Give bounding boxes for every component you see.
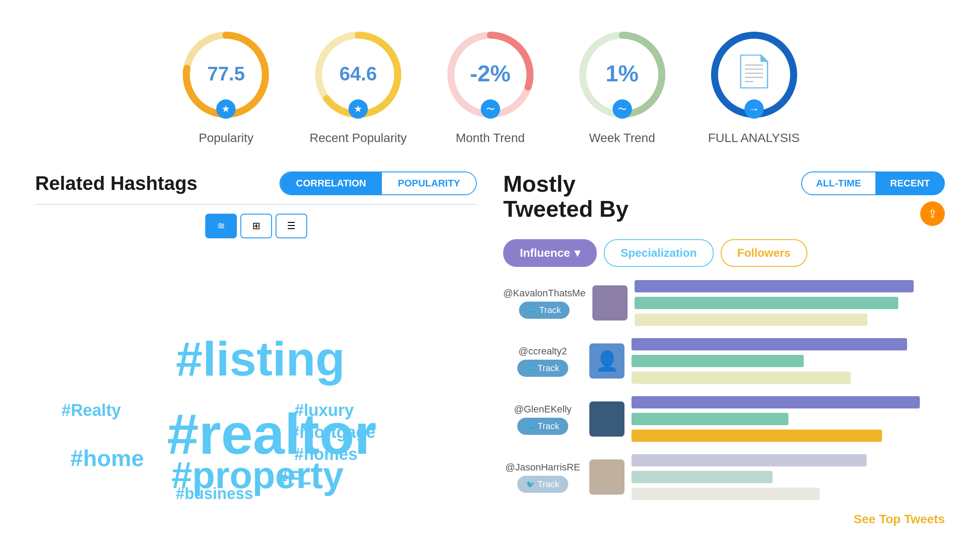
user-info: @GlenEKelly 🐦 Track <box>503 404 582 435</box>
ring-popularity: 77.5 ★ <box>178 26 274 123</box>
user-info: @KavalonThatsMe 🐦 Track <box>503 288 585 319</box>
track-label: Track <box>537 479 559 489</box>
view-controls: ≋ ⊞ ☰ <box>35 214 477 238</box>
see-top-tweets: See Top Tweets <box>503 512 945 526</box>
hashtag-word[interactable]: #luxury <box>294 401 354 420</box>
user-bar <box>632 471 773 483</box>
user-bar <box>635 297 898 309</box>
bars-container <box>635 280 945 326</box>
track-button[interactable]: 🐦 Track <box>519 302 570 319</box>
tweeted-section: MostlyTweeted By ALL-TIME RECENT ⇪ Influ… <box>503 171 945 526</box>
ring-month-trend: -2% 〜 <box>442 26 539 123</box>
metric-recent-popularity: 64.6 ★ Recent Popularity <box>309 26 407 145</box>
user-row: @GlenEKelly 🐦 Track <box>503 396 945 442</box>
user-info: @JasonHarrisRE 🐦 Track <box>503 462 582 493</box>
metric-month-trend: -2% 〜 Month Trend <box>442 26 539 145</box>
bars-container <box>632 396 945 442</box>
track-button[interactable]: 🐦 Track <box>517 418 568 435</box>
ring-recent-popularity: 64.6 ★ <box>310 26 407 123</box>
chart-icon: ⊞ <box>252 220 260 232</box>
hashtags-section: Related Hashtags CORRELATION POPULARITY … <box>35 171 477 526</box>
hashtag-word[interactable]: #home <box>70 445 144 471</box>
twitter-icon: 🐦 <box>526 480 535 488</box>
hashtag-word[interactable]: #homes <box>294 445 358 464</box>
user-bar <box>632 454 867 467</box>
track-label: Track <box>537 363 559 373</box>
hashtags-divider <box>35 204 477 205</box>
user-row: @KavalonThatsMe 🐦 Track <box>503 280 945 326</box>
users-container: @KavalonThatsMe 🐦 Track @ccrealty2 🐦 Tra… <box>503 280 945 500</box>
user-avatar <box>589 459 624 495</box>
user-bar <box>632 338 907 350</box>
ring-week-trend: 1% 〜 <box>574 26 671 123</box>
tab-recent[interactable]: RECENT <box>876 171 945 195</box>
bars-container <box>632 454 945 500</box>
metric-full-analysis[interactable]: 📄 → FULL ANALYSIS <box>706 26 802 145</box>
metric-label-recent-popularity: Recent Popularity <box>309 131 407 145</box>
user-avatar: 👤 <box>589 343 624 379</box>
filter-tabs: Influence ▾ Specialization Followers <box>503 239 945 267</box>
metric-popularity: 77.5 ★ Popularity <box>178 26 274 145</box>
main-content: Related Hashtags CORRELATION POPULARITY … <box>0 163 980 535</box>
user-bar <box>632 372 851 384</box>
view-btn-list[interactable]: ☰ <box>276 214 307 238</box>
metric-label-month-trend: Month Trend <box>456 131 525 145</box>
user-bar <box>632 413 788 425</box>
hashtag-word[interactable]: #Realty <box>62 401 121 420</box>
user-info: @ccrealty2 🐦 Track <box>503 346 582 377</box>
hashtag-word[interactable]: #mortgage <box>290 423 375 442</box>
cloud-icon: ≋ <box>217 220 225 232</box>
user-bar <box>635 280 914 292</box>
filter-influence[interactable]: Influence ▾ <box>503 239 597 267</box>
user-bar <box>635 313 867 326</box>
twitter-icon: 🐦 <box>526 422 535 430</box>
tab-popularity[interactable]: POPULARITY <box>382 172 476 194</box>
user-avatar <box>592 285 628 321</box>
dropdown-icon: ▾ <box>574 246 580 260</box>
share-button[interactable]: ⇪ <box>920 201 945 226</box>
user-bar <box>632 396 920 408</box>
user-bar <box>632 430 882 442</box>
word-cloud: #listing#realtor#Realty#home#property#lu… <box>35 251 477 471</box>
track-button[interactable]: 🐦 Track <box>517 360 568 377</box>
filter-followers[interactable]: Followers <box>721 239 807 267</box>
hashtags-header: Related Hashtags CORRELATION POPULARITY <box>35 171 477 195</box>
tweeted-header: MostlyTweeted By ALL-TIME RECENT ⇪ <box>503 171 945 230</box>
tweeted-title: MostlyTweeted By <box>503 171 628 222</box>
metrics-row: 77.5 ★ Popularity 64.6 ★ Recent Populari… <box>0 0 980 163</box>
metric-label-full-analysis: FULL ANALYSIS <box>708 131 800 145</box>
list-icon: ☰ <box>287 220 296 232</box>
user-bar <box>632 488 820 500</box>
user-avatar <box>589 401 624 437</box>
hashtags-title: Related Hashtags <box>35 172 197 194</box>
hashtags-tab-group: CORRELATION POPULARITY <box>279 171 477 195</box>
view-btn-cloud[interactable]: ≋ <box>205 214 237 238</box>
twitter-icon: 🐦 <box>528 306 537 314</box>
hashtag-word[interactable]: #business <box>176 485 253 503</box>
view-btn-chart[interactable]: ⊞ <box>240 214 272 238</box>
user-row: @JasonHarrisRE 🐦 Track <box>503 454 945 500</box>
tab-alltime[interactable]: ALL-TIME <box>801 171 876 195</box>
user-handle: @JasonHarrisRE <box>505 462 580 473</box>
share-icon: ⇪ <box>928 207 937 221</box>
track-button[interactable]: 🐦 Track <box>517 476 568 493</box>
hashtag-word[interactable]: #listing <box>176 331 345 386</box>
time-tab-group: ALL-TIME RECENT <box>801 171 945 195</box>
metric-week-trend: 1% 〜 Week Trend <box>574 26 671 145</box>
user-row: @ccrealty2 🐦 Track 👤 <box>503 338 945 384</box>
hashtag-word[interactable]: #FL <box>277 467 311 489</box>
metric-label-popularity: Popularity <box>199 131 254 145</box>
track-label: Track <box>537 421 559 431</box>
twitter-icon: 🐦 <box>526 364 535 372</box>
track-label: Track <box>539 305 561 315</box>
tab-correlation[interactable]: CORRELATION <box>280 172 382 194</box>
see-top-tweets-link[interactable]: See Top Tweets <box>854 512 945 526</box>
user-handle: @GlenEKelly <box>514 404 571 415</box>
bars-container <box>632 338 945 384</box>
ring-full-analysis: 📄 → <box>706 26 802 123</box>
user-bar <box>632 355 804 367</box>
user-handle: @ccrealty2 <box>519 346 567 357</box>
user-handle: @KavalonThatsMe <box>503 288 585 299</box>
metric-label-week-trend: Week Trend <box>589 131 655 145</box>
filter-specialization[interactable]: Specialization <box>604 239 713 267</box>
